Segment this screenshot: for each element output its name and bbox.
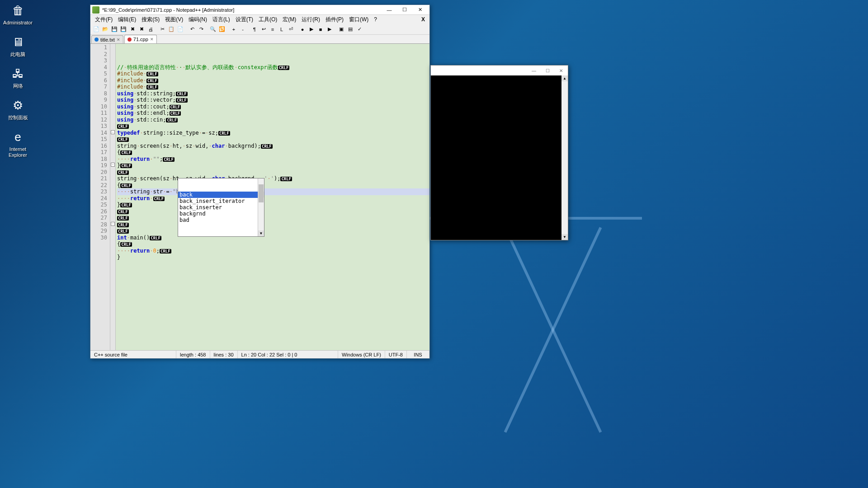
autocomplete-item[interactable]: back_inserter [178, 204, 264, 211]
tab-close-icon[interactable]: ✕ [117, 38, 120, 42]
menu-item[interactable]: 插件(P) [323, 15, 346, 24]
menu-item[interactable]: 运行(R) [299, 15, 323, 24]
menu-item[interactable]: 视图(V) [162, 15, 186, 24]
fold-toggle[interactable]: − [111, 130, 115, 134]
desktop-icon-network[interactable]: 🖧网络 [1, 66, 35, 89]
desktop-icon-recycle-bin[interactable]: 🗑Administrator [1, 2, 35, 26]
code-area[interactable]: //·特殊用途的语言特性···默认实参、内联函数·constexpr函数CRLF… [116, 44, 429, 350]
fold-toggle[interactable]: − [111, 222, 115, 226]
code-line[interactable]: }CRLF [117, 162, 429, 169]
scroll-down-icon[interactable]: ▼ [561, 234, 568, 240]
menu-item[interactable]: 工具(O) [256, 15, 280, 24]
ws-button[interactable]: ¶ [250, 25, 259, 33]
redo-button[interactable]: ↷ [197, 25, 205, 33]
code-line[interactable]: int·main()CRLF [117, 235, 429, 241]
menu-item[interactable]: 宏(M) [280, 15, 299, 24]
zoom-in-button[interactable]: + [230, 25, 238, 33]
close-button[interactable]: ✖ [128, 25, 137, 33]
code-line[interactable]: } [117, 254, 429, 261]
code-line[interactable]: using·std::vector;CRLF [117, 97, 429, 103]
code-line[interactable]: ····return·"";CRLF [117, 156, 429, 163]
menu-item[interactable]: 编辑(E) [115, 15, 139, 24]
replace-button[interactable]: 🔁 [218, 25, 226, 33]
menu-item[interactable]: 编码(N) [186, 15, 210, 24]
minimize-button[interactable]: — [382, 5, 397, 14]
menu-item[interactable]: 文件(F) [92, 15, 115, 24]
menu-close-button[interactable]: X [419, 16, 428, 23]
save-all-button[interactable]: 💾 [119, 25, 127, 33]
code-line[interactable]: using·std::string;CRLF [117, 90, 429, 97]
desktop-icon-this-pc[interactable]: 🖥此电脑 [1, 34, 35, 57]
code-line[interactable]: #include·CRLF [117, 84, 429, 90]
code-line[interactable]: string·screen(sz·ht,·sz·wid,·char·backgr… [117, 175, 429, 182]
unfold-button[interactable]: ▤ [346, 25, 354, 33]
paste-button[interactable]: 📄 [176, 25, 184, 33]
open-button[interactable]: 📂 [101, 25, 109, 33]
autocomplete-item[interactable]: back_insert_iterator [178, 198, 264, 204]
code-line[interactable]: CRLF [117, 169, 429, 176]
copy-button[interactable]: 📋 [167, 25, 175, 33]
menu-item[interactable]: 设置(T) [233, 15, 256, 24]
code-line[interactable]: using·std::cout;CRLF [117, 103, 429, 110]
autocomplete-popup[interactable]: backback_insert_iteratorback_inserterbac… [178, 178, 264, 237]
desktop-icon-ie[interactable]: eInternet Explorer [1, 129, 35, 158]
console-body[interactable] [431, 75, 561, 240]
code-line[interactable]: using·std::cin;CRLF [117, 117, 429, 123]
wrap-button[interactable]: ↩ [259, 25, 268, 33]
autocomplete-item[interactable]: bad [178, 217, 264, 223]
find-button[interactable]: 🔍 [209, 25, 217, 33]
eol-button[interactable]: ⏎ [287, 25, 295, 33]
close-button[interactable]: ✕ [412, 5, 428, 14]
maximize-button[interactable]: ☐ [397, 5, 412, 14]
code-line[interactable]: {CRLF [117, 241, 429, 248]
console-scrollbar[interactable]: ▲ ▼ [561, 75, 568, 240]
desktop-icon-control-panel[interactable]: ⚙控制面板 [1, 97, 35, 121]
scroll-up-icon[interactable]: ▲ [561, 75, 568, 81]
console-titlebar[interactable]: — ☐ ✕ [431, 66, 568, 75]
code-line[interactable]: ····return·CRLF [117, 195, 429, 202]
code-line[interactable]: #include·CRLF [117, 77, 429, 84]
fold-toggle[interactable]: − [111, 163, 115, 167]
code-line[interactable]: using·std::endl;CRLF [117, 110, 429, 117]
tab-title-txt[interactable]: title.txt✕ [91, 35, 123, 43]
menu-item[interactable]: 窗口(W) [346, 15, 371, 24]
rec-button[interactable]: ● [298, 25, 307, 33]
zoom-out-button[interactable]: - [239, 25, 247, 33]
code-line[interactable]: ····return·0;CRLF [117, 248, 429, 254]
code-line[interactable]: CRLF [117, 136, 429, 143]
lang-button[interactable]: L [278, 25, 286, 33]
autocomplete-item[interactable]: backgrnd [178, 211, 264, 217]
code-line[interactable]: typedef·string::size_type·=·sz;CRLF [117, 130, 429, 136]
console-close-button[interactable]: ✕ [554, 66, 568, 75]
menu-item[interactable]: 搜索(S) [139, 15, 162, 24]
autocomplete-scrollbar[interactable]: ▲ ▼ [258, 178, 264, 236]
titlebar[interactable]: *E:\99_Code\primer\071\71.cpp - Notepad+… [90, 5, 429, 15]
menu-item[interactable]: ? [371, 15, 380, 23]
menu-item[interactable]: 语言(L) [210, 15, 233, 24]
tab-close-icon[interactable]: ✕ [150, 37, 154, 42]
spell-button[interactable]: ✓ [355, 25, 363, 33]
scroll-thumb[interactable] [259, 184, 264, 202]
code-line[interactable]: {CRLF [117, 149, 429, 156]
play2-button[interactable]: ▶ [326, 25, 334, 33]
undo-button[interactable]: ↶ [188, 25, 196, 33]
close-all-button[interactable]: ✖ [137, 25, 146, 33]
indent-button[interactable]: ≡ [269, 25, 277, 33]
console-minimize-button[interactable]: — [527, 66, 541, 75]
play-button[interactable]: ▶ [307, 25, 316, 33]
code-line[interactable]: string·screen(sz·ht,·sz·wid,·char·backgr… [117, 143, 429, 150]
code-line[interactable]: CRLF [117, 123, 429, 130]
code-line[interactable]: CRLF [117, 228, 429, 235]
save-button[interactable]: 💾 [110, 25, 118, 33]
print-button[interactable]: 🖨 [146, 25, 155, 33]
code-line[interactable]: //·特殊用途的语言特性···默认实参、内联函数·constexpr函数CRLF [117, 64, 429, 71]
console-maximize-button[interactable]: ☐ [541, 66, 554, 75]
cut-button[interactable]: ✂ [158, 25, 166, 33]
tab-71-cpp[interactable]: 71.cpp✕ [124, 35, 157, 43]
new-button[interactable]: 📄 [92, 25, 100, 33]
autocomplete-item[interactable]: back [178, 192, 264, 198]
scroll-down-icon[interactable]: ▼ [258, 230, 264, 236]
stop-button[interactable]: ■ [316, 25, 325, 33]
code-line[interactable]: #include·CRLF [117, 70, 429, 77]
fold-button[interactable]: ▣ [337, 25, 345, 33]
